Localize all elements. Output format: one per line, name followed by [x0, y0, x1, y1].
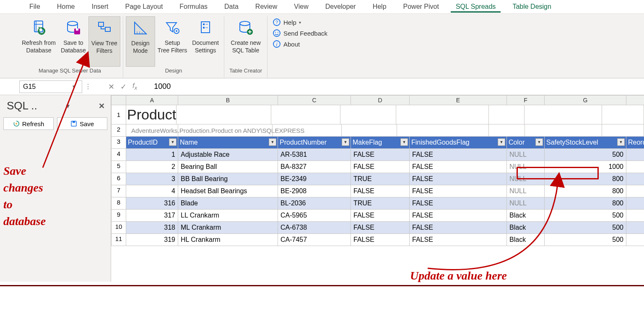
cell-makeflag[interactable]: FALSE — [351, 161, 410, 173]
ribbon-tab-help[interactable]: Help — [364, 0, 395, 13]
cell-color[interactable]: NULL — [507, 197, 545, 210]
row-header[interactable]: 4 — [111, 149, 126, 161]
cell-productnumber[interactable]: BE-2908 — [278, 185, 351, 197]
cell-productid[interactable]: 1 — [126, 149, 178, 161]
ribbon-tab-formulas[interactable]: Formulas — [171, 0, 216, 13]
cell-safetystock[interactable]: 500 — [545, 149, 626, 161]
column-header-E[interactable]: E — [410, 95, 507, 105]
cell-productnumber[interactable]: CA-6738 — [278, 222, 351, 234]
cell-name[interactable]: BB Ball Bearing — [178, 173, 278, 185]
table-header[interactable]: Color▼ — [507, 137, 545, 149]
cell-makeflag[interactable]: FALSE — [351, 222, 410, 234]
cell-reorder[interactable] — [626, 197, 644, 210]
cell-productid[interactable]: 319 — [126, 234, 178, 246]
cell-productnumber[interactable]: AR-5381 — [278, 149, 351, 161]
ribbon-tab-insert[interactable]: Insert — [83, 0, 117, 13]
column-header-D[interactable]: D — [351, 95, 410, 105]
cell-color[interactable]: Black — [507, 222, 545, 234]
cell-makeflag[interactable]: FALSE — [351, 210, 410, 222]
refresh-from-db-button[interactable]: Refresh fromDatabase — [19, 16, 58, 67]
cell-name[interactable]: Blade — [178, 197, 278, 210]
cell-color[interactable]: NULL — [507, 149, 545, 161]
filter-dropdown-icon[interactable]: ▼ — [169, 138, 177, 146]
cancel-formula-icon[interactable]: ✕ — [108, 82, 114, 91]
filter-dropdown-icon[interactable]: ▼ — [535, 138, 543, 146]
cell-productid[interactable]: 2 — [126, 161, 178, 173]
cell-productnumber[interactable]: BA-8327 — [278, 161, 351, 173]
table-header[interactable]: SafetyStockLevel▼ — [545, 137, 626, 149]
document-settings-button[interactable]: DocumentSettings — [190, 16, 221, 67]
panel-save-button[interactable]: Save — [57, 117, 107, 130]
table-header[interactable]: MakeFlag▼ — [351, 137, 410, 149]
row-header[interactable]: 11 — [111, 234, 126, 246]
column-header-B[interactable]: B — [178, 95, 278, 105]
cell-productnumber[interactable]: CA-5965 — [278, 210, 351, 222]
filter-dropdown-icon[interactable]: ▼ — [269, 138, 276, 146]
cell-makeflag[interactable]: TRUE — [351, 197, 410, 210]
cell-color[interactable]: NULL — [507, 185, 545, 197]
row-header[interactable]: 3 — [111, 137, 126, 149]
cell-makeflag[interactable]: FALSE — [351, 234, 410, 246]
ribbon-tab-data[interactable]: Data — [216, 0, 247, 13]
column-header-A[interactable]: A — [126, 95, 178, 105]
cell-safetystock[interactable]: 500 — [545, 210, 626, 222]
cell-finishedgoods[interactable]: FALSE — [410, 210, 507, 222]
cell-safetystock[interactable]: 800 — [545, 185, 626, 197]
filter-dropdown-icon[interactable]: ▼ — [617, 138, 625, 146]
row-header[interactable]: 2 — [111, 124, 126, 137]
ribbon-tab-file[interactable]: File — [21, 0, 49, 13]
cell-name[interactable]: ML Crankarm — [178, 222, 278, 234]
about-button[interactable]: i About — [273, 40, 327, 48]
row-header[interactable]: 7 — [111, 185, 126, 197]
cell-reorder[interactable] — [626, 149, 644, 161]
row-header[interactable]: 1 — [111, 105, 126, 124]
cell-safetystock[interactable]: 500 — [545, 222, 626, 234]
column-header-H[interactable]: H — [626, 95, 644, 105]
cell-makeflag[interactable]: FALSE — [351, 149, 410, 161]
cell-color[interactable]: Black — [507, 210, 545, 222]
formula-input[interactable] — [137, 82, 473, 91]
cell-productnumber[interactable]: BE-2349 — [278, 173, 351, 185]
cell-safetystock[interactable]: 500 — [545, 234, 626, 246]
ribbon-tab-page-layout[interactable]: Page Layout — [117, 0, 171, 13]
cell-finishedgoods[interactable]: FALSE — [410, 197, 507, 210]
cell-name[interactable]: Bearing Ball — [178, 161, 278, 173]
spreadsheet-grid[interactable]: ABCDEFGH 1Product2AdventureWorks.Product… — [111, 95, 644, 282]
close-panel-icon[interactable]: ✕ — [99, 101, 105, 111]
cell-reference-input[interactable] — [20, 83, 70, 91]
cell-color[interactable]: NULL — [507, 173, 545, 185]
cell-color[interactable]: Black — [507, 234, 545, 246]
cell-name[interactable]: LL Crankarm — [178, 210, 278, 222]
name-box-dropdown-icon[interactable]: ▼ — [70, 84, 78, 89]
table-header[interactable]: ProductID▼ — [126, 137, 178, 149]
cell-productid[interactable]: 3 — [126, 173, 178, 185]
cell-finishedgoods[interactable]: FALSE — [410, 222, 507, 234]
cell-makeflag[interactable]: FALSE — [351, 185, 410, 197]
cell-productid[interactable]: 4 — [126, 185, 178, 197]
create-sql-table-button[interactable]: Create newSQL Table — [227, 16, 265, 67]
filter-dropdown-icon[interactable]: ▼ — [400, 138, 408, 146]
filter-dropdown-icon[interactable]: ▼ — [342, 138, 349, 146]
column-header-G[interactable]: G — [545, 95, 626, 105]
table-header[interactable]: ReorderPo▼ — [626, 137, 644, 149]
accept-formula-icon[interactable]: ✓ — [120, 82, 127, 91]
cell-finishedgoods[interactable]: FALSE — [410, 161, 507, 173]
ribbon-tab-review[interactable]: Review — [247, 0, 286, 13]
ribbon-tab-developer[interactable]: Developer — [317, 0, 364, 13]
cell-safetystock[interactable]: 800 — [545, 197, 626, 210]
table-header[interactable]: ProductNumber▼ — [278, 137, 351, 149]
ribbon-tab-sql-spreads[interactable]: SQL Spreads — [447, 0, 504, 13]
row-header[interactable]: 6 — [111, 173, 126, 185]
fx-icon[interactable]: fx — [132, 82, 137, 91]
ribbon-tab-table-design[interactable]: Table Design — [504, 0, 560, 13]
setup-tree-filters-button[interactable]: SetupTree Filters — [155, 16, 190, 67]
row-header[interactable]: 8 — [111, 197, 126, 210]
cell-productid[interactable]: 316 — [126, 197, 178, 210]
cell-productnumber[interactable]: BL-2036 — [278, 197, 351, 210]
cell-productid[interactable]: 318 — [126, 222, 178, 234]
cell-finishedgoods[interactable]: FALSE — [410, 149, 507, 161]
filter-dropdown-icon[interactable]: ▼ — [498, 138, 505, 146]
row-header[interactable]: 5 — [111, 161, 126, 173]
send-feedback-button[interactable]: Send Feedback — [273, 29, 327, 37]
row-header[interactable]: 10 — [111, 222, 126, 234]
